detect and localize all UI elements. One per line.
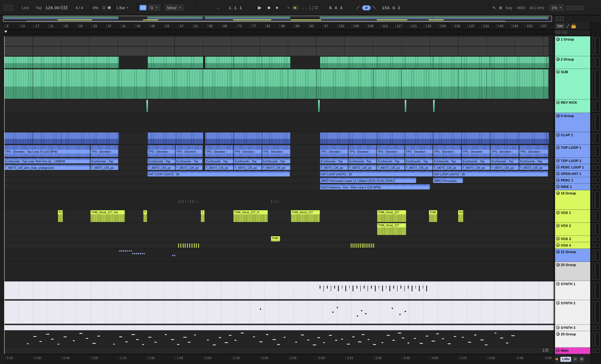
mixer-box[interactable] — [592, 243, 594, 248]
track-header-ride-1[interactable]: RIDE 1 — [555, 184, 591, 190]
mixer-box[interactable] — [592, 158, 594, 163]
track-play-icon[interactable] — [556, 211, 560, 214]
audio-clip[interactable]: HAT LOOP LIGHTZ - 30 — [433, 171, 548, 177]
bar-number[interactable]: 113 — [381, 24, 388, 28]
audio-clip[interactable]: TPS - Devotion - — [462, 145, 490, 157]
audio-clip[interactable]: EvoSounds - Top — [176, 158, 203, 163]
mixer-box[interactable] — [592, 114, 594, 131]
tempo-field[interactable]: 126.00 — [46, 0, 60, 15]
mixer-box[interactable] — [596, 184, 600, 189]
audio-clip[interactable]: EvoSounds - Top — [405, 158, 433, 163]
track-lane-rev-kick[interactable] — [4, 99, 555, 113]
bar-number[interactable]: 25 — [63, 24, 68, 28]
track-header-synth-2[interactable]: SYNTH 2 — [555, 300, 591, 325]
mixer-box[interactable] — [596, 332, 600, 346]
track-lane-1-group[interactable] — [4, 36, 555, 56]
bar-number[interactable]: 97 — [323, 24, 328, 28]
mixer-strip[interactable] — [591, 347, 601, 354]
re-enable-automation-icon[interactable]: → — [305, 0, 308, 15]
bar-number[interactable]: 145 — [496, 24, 504, 28]
track-header-29-group[interactable]: 29 Group — [555, 331, 591, 348]
bar-number[interactable]: 117 — [395, 24, 402, 28]
audio-clip[interactable]: TPS - Devotion - — [349, 145, 376, 157]
mixer-strip[interactable] — [591, 223, 601, 236]
track-header-synth-3[interactable]: SYNTH 3 — [555, 325, 591, 331]
track-header-2-group[interactable]: 2 Group — [555, 56, 591, 69]
set-button[interactable]: Set — [555, 24, 564, 28]
audio-clip[interactable]: T_MDT2_126_pe — [519, 165, 549, 170]
mixer-box[interactable] — [592, 145, 594, 157]
audio-clip[interactable]: JØRD Percussion — [433, 178, 463, 183]
mixer-box[interactable] — [592, 100, 594, 112]
mixer-box[interactable] — [596, 70, 600, 98]
audio-clip[interactable]: T_MDT2_126_pe — [491, 165, 519, 170]
audio-clip[interactable]: TPS - Devotion - — [90, 145, 119, 157]
track-lane-vox-2[interactable]: THM_Vocal_127 — [4, 223, 555, 236]
audio-clip[interactable]: TPS - Devotion - — [262, 145, 290, 157]
nudge-icons[interactable] — [61, 0, 68, 15]
mixer-box[interactable] — [592, 332, 594, 346]
bar-number[interactable]: 53 — [164, 24, 170, 28]
bar-number[interactable]: 49 — [150, 24, 155, 28]
track-header-vox-1[interactable]: VOX 1 — [555, 210, 591, 223]
audio-clip[interactable] — [205, 133, 290, 144]
track-header-open-hat-1[interactable]: OPEN HAT 1 — [555, 171, 591, 177]
track-lane-top-loop-1[interactable]: TPS - Devotion - Top Loop 24 (125 BPM)TP… — [4, 145, 555, 158]
bar-number[interactable]: 153 — [525, 24, 533, 28]
audio-clip[interactable]: T_MDT2_126_pe — [377, 165, 405, 170]
scale-mode-icon[interactable] — [140, 0, 146, 15]
song-start-marker[interactable] — [4, 30, 7, 33]
audio-clip[interactable]: T_MDT2_126_pe — [433, 165, 461, 170]
arrangement-area[interactable]: 1/8 TPS - Devotion - Top Loop 24 (125 BP… — [4, 36, 555, 354]
track-lane-16-group[interactable] — [4, 190, 555, 210]
mixer-strip[interactable] — [591, 56, 601, 69]
audio-clip[interactable]: T_MDT2_126_pe — [320, 165, 348, 170]
track-header-synth-1[interactable]: SYNTH 1 — [555, 281, 591, 300]
track-header-vox-4[interactable]: VOX 4 — [555, 242, 591, 249]
mixer-box[interactable] — [596, 37, 600, 55]
mixer-box[interactable] — [592, 133, 594, 144]
track-header-1-group[interactable]: 1 Group — [555, 36, 591, 56]
mixer-box[interactable] — [596, 165, 600, 170]
automation-slope-icon[interactable]: ╱ — [567, 24, 569, 28]
mixer-box[interactable] — [592, 237, 594, 241]
groove-amount-field[interactable]: 0% — [93, 0, 98, 15]
audio-clip[interactable]: T_MDT2_126_pe — [176, 165, 203, 170]
mixer-box[interactable] — [592, 348, 594, 353]
audio-clip[interactable]: TPS - Devotion - — [491, 145, 519, 157]
audio-clip[interactable]: T_MDT2_126_pe — [405, 165, 433, 170]
bar-number[interactable]: 17 — [34, 24, 39, 28]
mixer-box[interactable] — [596, 263, 600, 280]
mixer-strip[interactable] — [591, 262, 601, 281]
mixer-strip[interactable] — [591, 177, 601, 184]
mixer-strip[interactable] — [591, 236, 601, 242]
midi-map-button[interactable]: MIDI — [517, 0, 525, 15]
overview-box-icon[interactable] — [561, 17, 564, 21]
track-play-icon[interactable] — [556, 133, 560, 137]
group-fold-icon[interactable] — [556, 332, 560, 336]
mixer-strip[interactable] — [591, 281, 601, 300]
track-lane-21-group[interactable] — [4, 249, 555, 262]
mixer-box[interactable] — [596, 282, 600, 299]
mixer-box[interactable] — [592, 184, 594, 189]
track-lane-synth-2[interactable] — [4, 300, 555, 325]
track-header-top-loop-2[interactable]: TOP LOOP 2 — [555, 158, 591, 164]
audio-clip[interactable] — [433, 133, 549, 144]
bar-number[interactable]: 141 — [482, 24, 489, 28]
clip-lane[interactable] — [4, 325, 554, 330]
cpu-load-menu[interactable]: 1%▼ — [549, 0, 564, 15]
clip-lane[interactable] — [4, 281, 554, 299]
audio-clip[interactable]: EvoSounds - Top — [491, 158, 519, 163]
track-play-icon[interactable] — [556, 237, 560, 240]
mixer-strip[interactable] — [591, 99, 601, 113]
bar-number[interactable]: 105 — [352, 24, 359, 28]
bar-number[interactable]: 129 — [439, 24, 446, 28]
back-to-arrangement-icon[interactable]: ← — [301, 0, 304, 15]
mixer-strip[interactable] — [591, 69, 601, 99]
mixer-box[interactable] — [596, 133, 600, 144]
track-play-icon[interactable] — [556, 243, 560, 247]
audio-clip[interactable] — [148, 133, 203, 144]
audio-clip[interactable]: THM — [429, 210, 437, 222]
loop-start-display[interactable]: 8. 4. 3 — [329, 0, 343, 15]
track-header-main[interactable]: Main — [555, 347, 591, 354]
